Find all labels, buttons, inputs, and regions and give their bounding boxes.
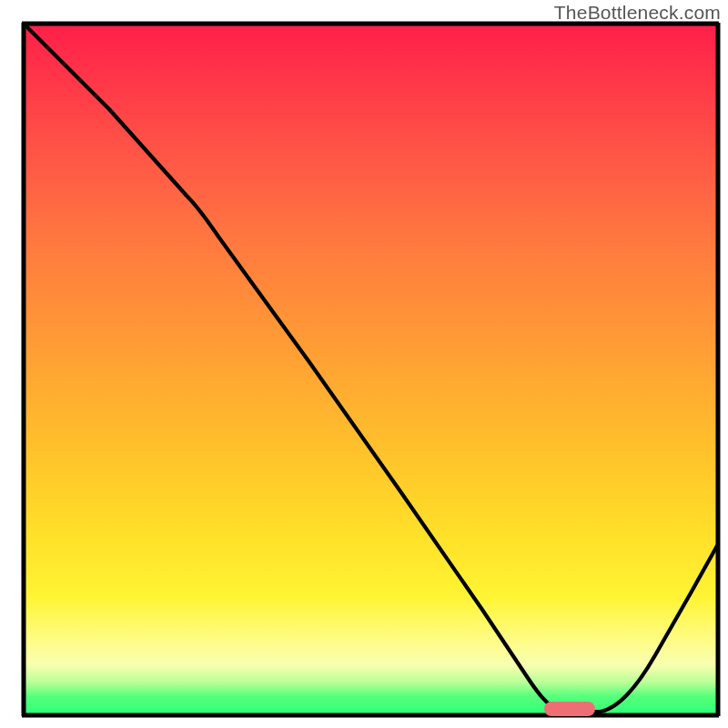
chart-overlay-svg (0, 0, 728, 728)
bottleneck-curve (25, 25, 718, 712)
watermark-text: TheBottleneck.com (554, 2, 721, 24)
optimal-range-marker (544, 702, 595, 716)
chart-stage: TheBottleneck.com (0, 0, 728, 728)
